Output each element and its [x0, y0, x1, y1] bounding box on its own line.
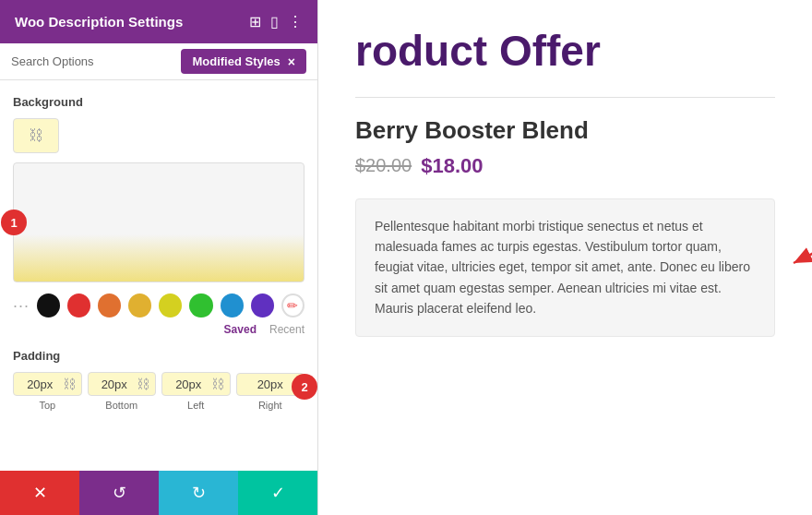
padding-right-label: Right	[258, 400, 282, 411]
padding-bottom-link-icon[interactable]: ⛓	[137, 377, 149, 391]
color-pencil-icon[interactable]: ✏	[281, 293, 304, 317]
grid-icon[interactable]: ⊞	[249, 13, 261, 30]
padding-right-input[interactable]	[243, 377, 299, 391]
right-panel: roduct Offer Berry Booster Blend $20.00 …	[318, 0, 812, 515]
more-icon[interactable]: ⋮	[288, 13, 303, 30]
padding-label: Padding	[13, 349, 304, 363]
product-name: Berry Booster Blend	[355, 116, 775, 145]
header-icons: ⊞ ▯ ⋮	[249, 13, 303, 30]
padding-bottom-input-wrap: ⛓	[88, 372, 157, 396]
padding-bottom-input[interactable]	[94, 377, 136, 391]
badge-1: 1	[1, 210, 27, 235]
padding-top-label: Top	[39, 400, 55, 411]
tab-search[interactable]: Search Options	[11, 43, 181, 79]
cancel-button[interactable]: ✕	[0, 471, 79, 515]
more-colors-icon[interactable]: ···	[13, 296, 30, 316]
padding-bottom-field: ⛓ Bottom	[88, 372, 157, 411]
background-label: Background	[13, 95, 304, 109]
panel-content: Background ⛓ 1 ··· ✏ Saved Recent	[0, 80, 317, 471]
saved-recent-row: Saved Recent	[13, 323, 304, 336]
panel-header: Woo Description Settings ⊞ ▯ ⋮	[0, 0, 317, 43]
padding-left-field: ⛓ Left	[161, 372, 231, 411]
price-old: $20.00	[355, 155, 412, 176]
tab-bar: Search Options Modified Styles ×	[0, 43, 317, 80]
padding-left-link-icon[interactable]: ⛓	[211, 377, 224, 391]
color-dot-red[interactable]	[67, 293, 90, 317]
color-dots-row: ··· ✏	[13, 293, 304, 317]
arrow-annotation	[775, 226, 812, 281]
color-dot-yellow[interactable]	[159, 293, 182, 317]
offer-title: roduct Offer	[355, 28, 775, 75]
color-dot-blue[interactable]	[221, 293, 244, 317]
color-dot-green[interactable]	[189, 293, 212, 317]
close-tab-icon[interactable]: ×	[288, 55, 295, 68]
padding-section: Padding ⛓ Top ⛓ Bottom	[13, 349, 304, 411]
svg-line-1	[794, 235, 812, 263]
description-box: Pellentesque habitant morbi tristique se…	[355, 198, 775, 337]
padding-top-input[interactable]	[19, 377, 61, 391]
badge-2: 2	[292, 374, 317, 400]
recent-tab[interactable]: Recent	[269, 323, 304, 336]
padding-top-field: ⛓ Top	[13, 372, 82, 411]
columns-icon[interactable]: ▯	[270, 13, 279, 30]
link-icon: ⛓	[29, 127, 43, 144]
padding-left-input-wrap: ⛓	[161, 372, 231, 396]
padding-bottom-label: Bottom	[105, 400, 137, 411]
padding-left-input[interactable]	[168, 377, 209, 391]
color-dot-orange[interactable]	[98, 293, 121, 317]
undo-button[interactable]: ↺	[79, 471, 159, 515]
color-dot-black[interactable]	[37, 293, 60, 317]
price-new: $18.00	[421, 154, 483, 178]
tab-modified[interactable]: Modified Styles ×	[181, 49, 306, 74]
modified-label: Modified Styles	[192, 54, 280, 68]
color-dot-amber[interactable]	[128, 293, 151, 317]
redo-button[interactable]: ↻	[159, 471, 238, 515]
saved-tab[interactable]: Saved	[224, 323, 257, 336]
padding-top-input-wrap: ⛓	[13, 372, 82, 396]
settings-panel: Woo Description Settings ⊞ ▯ ⋮ Search Op…	[0, 0, 318, 515]
panel-title: Woo Description Settings	[15, 14, 183, 30]
price-row: $20.00 $18.00	[355, 154, 775, 178]
offer-title-text: roduct Offer	[355, 27, 601, 75]
padding-top-link-icon[interactable]: ⛓	[63, 377, 76, 391]
color-swatch-row: ⛓	[13, 118, 304, 153]
color-preview-box[interactable]: 1	[13, 162, 304, 282]
save-button[interactable]: ✓	[238, 471, 317, 515]
padding-inputs-row: ⛓ Top ⛓ Bottom ⛓ Left	[13, 372, 304, 411]
padding-left-label: Left	[187, 400, 204, 411]
divider	[355, 97, 775, 98]
color-dot-purple[interactable]	[251, 293, 274, 317]
panel-footer: ✕ ↺ ↻ ✓	[0, 471, 317, 515]
background-color-swatch[interactable]: ⛓	[13, 118, 59, 153]
